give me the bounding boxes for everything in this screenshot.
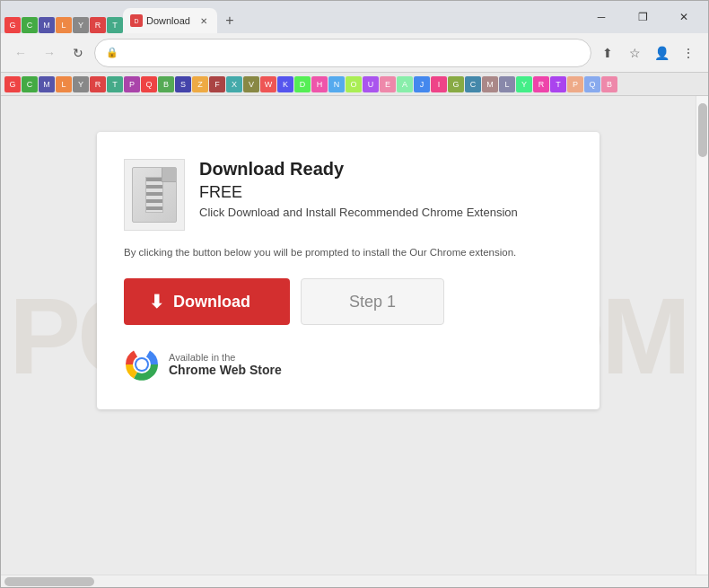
extension-icon[interactable]: B xyxy=(158,76,174,92)
extension-icons-bar: GCMLYRTPQBSZFXVWKDHNOUEAJIGCMLYRTPQB xyxy=(1,73,708,96)
extension-icon[interactable]: V xyxy=(243,76,259,92)
title-extension-icon[interactable]: T xyxy=(107,17,123,33)
product-section: Download Ready FREE Click Download and I… xyxy=(124,159,564,231)
extension-icon[interactable]: L xyxy=(499,76,515,92)
extension-icon[interactable]: Q xyxy=(584,76,600,92)
tab-close-button[interactable]: ✕ xyxy=(197,14,210,27)
menu-button[interactable]: ⋮ xyxy=(676,40,701,66)
product-info: Download Ready FREE Click Download and I… xyxy=(199,159,564,219)
svg-point-4 xyxy=(136,359,147,370)
tab-label: Download xyxy=(146,15,190,26)
extension-icon[interactable]: A xyxy=(397,76,413,92)
extension-icon[interactable]: F xyxy=(209,76,225,92)
chrome-logo-icon xyxy=(124,347,160,382)
minimize-button[interactable]: ─ xyxy=(581,1,622,33)
extension-icon[interactable]: L xyxy=(56,76,72,92)
product-price: FREE xyxy=(199,183,564,202)
extension-icon[interactable]: P xyxy=(567,76,583,92)
extension-icon[interactable]: X xyxy=(226,76,242,92)
title-extension-icon[interactable]: Y xyxy=(73,17,89,33)
bookmark-button[interactable]: ☆ xyxy=(622,40,647,66)
extension-icon[interactable]: G xyxy=(448,76,464,92)
product-title: Download Ready xyxy=(199,159,564,180)
extension-icon[interactable]: E xyxy=(380,76,396,92)
main-card: Download Ready FREE Click Download and I… xyxy=(97,132,600,409)
extension-icon[interactable]: S xyxy=(175,76,191,92)
disclaimer-text: By clicking the button below you will be… xyxy=(124,245,564,260)
extension-icon[interactable]: I xyxy=(431,76,447,92)
close-button[interactable]: ✕ xyxy=(663,1,705,33)
extension-icon[interactable]: B xyxy=(601,76,617,92)
product-description: Click Download and Install Recommended C… xyxy=(199,206,564,219)
back-button[interactable]: ← xyxy=(8,40,33,66)
download-label: Download xyxy=(173,293,250,312)
extension-icon[interactable]: D xyxy=(294,76,311,92)
download-button[interactable]: ⬇ Download xyxy=(124,278,290,325)
extension-icon[interactable]: N xyxy=(328,76,345,92)
restore-button[interactable]: ❐ xyxy=(622,1,663,33)
extension-icon[interactable]: T xyxy=(107,76,123,92)
chrome-store-text: Available in the Chrome Web Store xyxy=(169,352,282,377)
extension-icon[interactable]: T xyxy=(550,76,566,92)
navigation-toolbar: ← → ↻ 🔒 ⬆ ☆ 👤 ⋮ xyxy=(1,33,708,73)
page-content: PC RISK.COM Downl xyxy=(1,96,696,575)
extension-icon[interactable]: M xyxy=(39,76,55,92)
extension-icon[interactable]: K xyxy=(277,76,293,92)
new-tab-button[interactable]: + xyxy=(217,8,242,33)
extension-icon[interactable]: Q xyxy=(141,76,157,92)
tab-bar: GCMLYRT D Download ✕ + xyxy=(4,1,581,33)
address-bar[interactable]: 🔒 xyxy=(94,39,591,67)
action-buttons: ⬇ Download Step 1 xyxy=(124,278,564,325)
title-extension-icon[interactable]: L xyxy=(56,17,72,33)
content-wrapper: PC RISK.COM Downl xyxy=(1,96,708,575)
profile-button[interactable]: 👤 xyxy=(649,40,674,66)
reload-button[interactable]: ↻ xyxy=(66,40,91,66)
title-bar: GCMLYRT D Download ✕ + ─ ❐ ✕ xyxy=(1,1,708,33)
product-image xyxy=(124,159,185,231)
title-extension-icon[interactable]: C xyxy=(22,17,38,33)
scrollbar-thumb[interactable] xyxy=(698,103,707,157)
extension-icon[interactable]: Y xyxy=(516,76,532,92)
extension-icon[interactable]: M xyxy=(482,76,498,92)
extension-icon[interactable]: Z xyxy=(192,76,208,92)
chrome-store-name: Chrome Web Store xyxy=(169,363,282,377)
url-input[interactable] xyxy=(124,46,580,59)
active-tab[interactable]: D Download ✕ xyxy=(123,8,217,33)
extension-icon[interactable]: G xyxy=(4,76,21,92)
chrome-store-section: Available in the Chrome Web Store xyxy=(124,347,564,382)
extension-icon[interactable]: C xyxy=(22,76,38,92)
extension-icon[interactable]: W xyxy=(260,76,276,92)
tab-favicon: D xyxy=(130,14,143,27)
download-arrow-icon: ⬇ xyxy=(149,291,164,312)
horizontal-scrollbar[interactable] xyxy=(1,575,708,587)
window-controls: ─ ❐ ✕ xyxy=(581,1,705,33)
extension-icon[interactable]: R xyxy=(533,76,549,92)
extension-icon[interactable]: O xyxy=(346,76,362,92)
horizontal-scrollbar-thumb[interactable] xyxy=(4,577,94,586)
extension-icon[interactable]: J xyxy=(414,76,430,92)
zip-file-icon xyxy=(132,167,177,223)
extension-icon[interactable]: U xyxy=(363,76,379,92)
extension-icon[interactable]: Y xyxy=(73,76,89,92)
extension-icon[interactable]: P xyxy=(124,76,140,92)
share-button[interactable]: ⬆ xyxy=(595,40,620,66)
vertical-scrollbar[interactable] xyxy=(696,96,708,575)
extension-icon[interactable]: H xyxy=(311,76,328,92)
step1-label: Step 1 xyxy=(349,293,396,311)
lock-icon: 🔒 xyxy=(106,47,118,58)
title-extension-icon[interactable]: R xyxy=(90,17,106,33)
forward-button[interactable]: → xyxy=(37,40,62,66)
title-extension-icon[interactable]: M xyxy=(39,17,55,33)
step1-button[interactable]: Step 1 xyxy=(301,278,444,325)
extension-icons-title: GCMLYRT xyxy=(4,17,123,33)
extension-icon[interactable]: R xyxy=(90,76,106,92)
extension-icon[interactable]: C xyxy=(465,76,481,92)
browser-window: GCMLYRT D Download ✕ + ─ ❐ ✕ ← → ↻ 🔒 ⬆ ☆ xyxy=(0,0,709,588)
toolbar-actions: ⬆ ☆ 👤 ⋮ xyxy=(595,40,701,66)
title-extension-icon[interactable]: G xyxy=(4,17,21,33)
available-in-label: Available in the xyxy=(169,352,282,363)
